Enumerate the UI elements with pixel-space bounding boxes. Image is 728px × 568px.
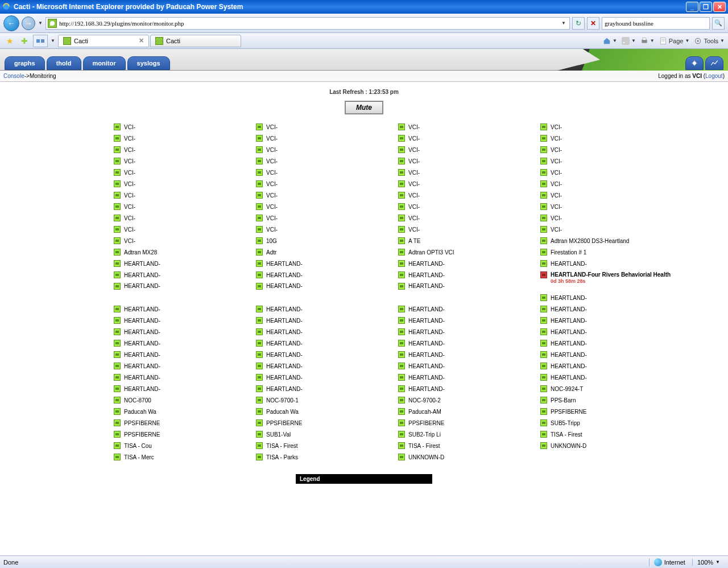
- url-dropdown-icon[interactable]: ▼: [560, 20, 568, 26]
- host-item[interactable]: HEARTLAND-Four Rivers Behaviorial Health…: [506, 269, 648, 292]
- host-item[interactable]: HEARTLAND-: [364, 337, 506, 349]
- host-item[interactable]: HEARTLAND-: [506, 349, 648, 360]
- host-item[interactable]: VCI-: [506, 224, 648, 235]
- cacti-tab-thold[interactable]: thold: [47, 56, 81, 70]
- host-item[interactable]: VCI-: [222, 224, 364, 235]
- tools-menu-button[interactable]: Tools▼: [694, 37, 725, 45]
- search-bar[interactable]: [602, 17, 710, 30]
- tab-close-icon[interactable]: ✕: [139, 37, 144, 44]
- host-item[interactable]: HEARTLAND-: [222, 269, 364, 281]
- host-item[interactable]: HEARTLAND-: [222, 326, 364, 337]
- url-input[interactable]: [59, 20, 560, 27]
- host-item[interactable]: HEARTLAND-: [364, 281, 506, 303]
- host-item[interactable]: Adtran MX28: [80, 246, 222, 258]
- host-item[interactable]: VCI-: [364, 201, 506, 212]
- host-item[interactable]: HEARTLAND-: [364, 349, 506, 360]
- cacti-graph-tab[interactable]: [705, 56, 723, 70]
- host-item[interactable]: VCI-: [80, 155, 222, 167]
- host-item[interactable]: NOC-9700-2: [364, 394, 506, 406]
- window-minimize-button[interactable]: _: [686, 2, 698, 12]
- host-item[interactable]: UNKNOWN-D: [506, 440, 648, 451]
- host-item[interactable]: HEARTLAND-: [80, 326, 222, 337]
- host-item[interactable]: HEARTLAND-: [80, 383, 222, 394]
- host-item[interactable]: HEARTLAND-: [222, 303, 364, 315]
- host-item[interactable]: PPSFIBERNE: [222, 417, 364, 429]
- host-item[interactable]: HEARTLAND-: [364, 383, 506, 394]
- host-item[interactable]: VCI-: [80, 224, 222, 235]
- host-item[interactable]: VCI-: [506, 212, 648, 224]
- host-item[interactable]: PPSFIBERNE: [364, 417, 506, 429]
- host-item[interactable]: HEARTLAND-: [80, 315, 222, 326]
- nav-history-dropdown[interactable]: ▼: [38, 15, 43, 31]
- host-item[interactable]: NOC-9924-T: [506, 383, 648, 394]
- host-item[interactable]: VCI-: [80, 190, 222, 201]
- cacti-tab-monitor[interactable]: monitor: [83, 56, 126, 70]
- host-item[interactable]: HEARTLAND-: [364, 372, 506, 383]
- host-item[interactable]: Paducah Wa: [222, 406, 364, 417]
- host-item[interactable]: HEARTLAND-: [222, 349, 364, 360]
- host-item[interactable]: VCI-: [222, 190, 364, 201]
- page-menu-button[interactable]: Page▼: [659, 37, 690, 45]
- host-item[interactable]: VCI-: [506, 133, 648, 144]
- host-item[interactable]: Adtran OPTI3 VCI: [364, 246, 506, 258]
- mute-button[interactable]: Mute: [345, 101, 383, 114]
- host-item[interactable]: HEARTLAND-: [222, 258, 364, 269]
- host-item[interactable]: 10G: [222, 235, 364, 246]
- host-item[interactable]: HEARTLAND-: [364, 360, 506, 372]
- host-item[interactable]: VCI-: [80, 121, 222, 133]
- cacti-tab-syslogs[interactable]: syslogs: [127, 56, 170, 70]
- host-item[interactable]: HEARTLAND-: [364, 326, 506, 337]
- quick-tabs-button[interactable]: [33, 35, 48, 47]
- host-item[interactable]: VCI-: [506, 144, 648, 155]
- host-item[interactable]: VCI-: [506, 201, 648, 212]
- search-input[interactable]: [605, 20, 707, 27]
- host-item[interactable]: NOC-9700-1: [222, 394, 364, 406]
- host-item[interactable]: HEARTLAND-: [80, 360, 222, 372]
- host-item[interactable]: VCI-: [506, 155, 648, 167]
- cacti-settings-tab[interactable]: [685, 56, 704, 70]
- host-item[interactable]: HEARTLAND-: [222, 281, 364, 303]
- host-item[interactable]: TISA - Merc: [80, 451, 222, 463]
- host-item[interactable]: VCI-: [80, 144, 222, 155]
- host-item[interactable]: PPSFIBERNE: [506, 406, 648, 417]
- host-item[interactable]: SUB1-Val: [222, 429, 364, 440]
- host-item[interactable]: HEARTLAND-: [80, 303, 222, 315]
- host-item[interactable]: HEARTLAND-: [506, 292, 648, 303]
- host-item[interactable]: VCI-: [80, 167, 222, 178]
- window-maximize-button[interactable]: ❐: [700, 2, 712, 12]
- host-item[interactable]: VCI-: [364, 224, 506, 235]
- host-item[interactable]: TISA - Parks: [222, 451, 364, 463]
- host-item[interactable]: VCI-: [222, 212, 364, 224]
- host-item[interactable]: Paducah Wa: [80, 406, 222, 417]
- host-item[interactable]: VCI-: [364, 155, 506, 167]
- host-item[interactable]: VCI-: [364, 133, 506, 144]
- host-item[interactable]: VCI-: [364, 178, 506, 190]
- zone-cell[interactable]: Internet: [649, 558, 690, 566]
- host-item[interactable]: VCI-: [80, 133, 222, 144]
- host-item[interactable]: HEARTLAND-: [80, 269, 222, 281]
- host-item[interactable]: HEARTLAND-: [506, 303, 648, 315]
- search-go-button[interactable]: 🔍: [712, 17, 725, 30]
- add-favorite-icon[interactable]: ✚: [18, 35, 31, 47]
- host-item[interactable]: VCI-: [364, 144, 506, 155]
- host-item[interactable]: VCI-: [506, 178, 648, 190]
- zoom-cell[interactable]: 100% ▼: [692, 559, 725, 566]
- host-item[interactable]: HEARTLAND-: [222, 315, 364, 326]
- host-item[interactable]: HEARTLAND-: [506, 326, 648, 337]
- host-item[interactable]: HEARTLAND-: [506, 315, 648, 326]
- favorites-star-icon[interactable]: ★: [3, 35, 16, 47]
- host-item[interactable]: HEARTLAND-: [506, 372, 648, 383]
- host-item[interactable]: Firestation # 1: [506, 246, 648, 258]
- host-item[interactable]: HEARTLAND-: [506, 360, 648, 372]
- host-item[interactable]: VCI-: [222, 121, 364, 133]
- host-item[interactable]: HEARTLAND-: [80, 258, 222, 269]
- host-item[interactable]: VCI-: [222, 178, 364, 190]
- host-item[interactable]: TISA - Cou: [80, 440, 222, 451]
- host-item[interactable]: VCI-: [222, 144, 364, 155]
- host-item[interactable]: VCI-: [506, 190, 648, 201]
- host-item[interactable]: PPSFIBERNE: [80, 429, 222, 440]
- host-item[interactable]: VCI-: [222, 133, 364, 144]
- host-item[interactable]: HEARTLAND-: [80, 337, 222, 349]
- host-item[interactable]: HEARTLAND-: [222, 337, 364, 349]
- host-item[interactable]: VCI-: [80, 178, 222, 190]
